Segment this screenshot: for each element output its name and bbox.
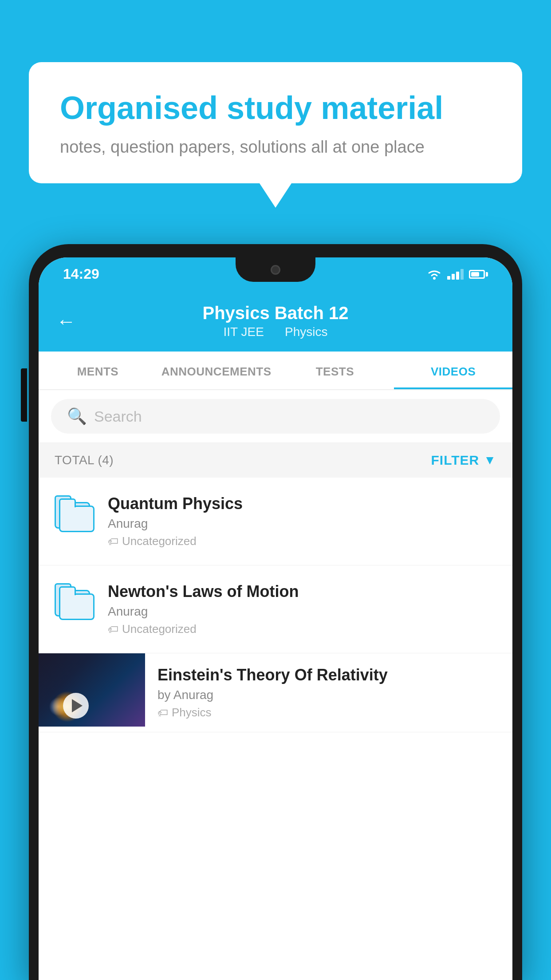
- tag-icon: 🏷: [108, 535, 118, 548]
- notch-camera: [271, 265, 280, 275]
- header-subtitle-part1: IIT JEE: [224, 325, 264, 339]
- folder-thumb-1: [55, 494, 94, 534]
- tag-text-2: Uncategorized: [122, 622, 197, 636]
- video-author-1: Anurag: [108, 517, 496, 531]
- video-author-3: by Anurag: [157, 688, 500, 702]
- battery-icon: [469, 270, 488, 279]
- video-list: Quantum Physics Anurag 🏷 Uncategorized: [39, 478, 512, 732]
- status-time: 14:29: [63, 266, 99, 282]
- video-info-2: Newton's Laws of Motion Anurag 🏷 Uncateg…: [108, 582, 496, 636]
- filter-row: TOTAL (4) FILTER ▼: [39, 443, 512, 478]
- video-title-3: Einstein's Theory Of Relativity: [157, 666, 500, 684]
- status-bar: 14:29: [39, 257, 512, 291]
- status-icons: [427, 269, 488, 280]
- back-button[interactable]: ←: [56, 310, 76, 332]
- list-item[interactable]: Quantum Physics Anurag 🏷 Uncategorized: [39, 478, 512, 565]
- filter-icon: ▼: [484, 453, 496, 467]
- phone-frame: 14:29: [29, 244, 522, 980]
- play-triangle-icon: [72, 699, 83, 712]
- folder-thumb-2: [55, 582, 94, 622]
- video-title-2: Newton's Laws of Motion: [108, 582, 496, 601]
- tab-tests[interactable]: TESTS: [276, 352, 394, 389]
- play-button[interactable]: [63, 693, 89, 719]
- list-item[interactable]: Einstein's Theory Of Relativity by Anura…: [39, 653, 512, 732]
- header-subtitle: IIT JEE Physics: [202, 325, 348, 339]
- tab-ments[interactable]: MENTS: [39, 352, 157, 389]
- total-count: TOTAL (4): [55, 453, 114, 467]
- speech-bubble: Organised study material notes, question…: [29, 62, 522, 183]
- signal-icon: [447, 269, 464, 280]
- search-container: 🔍 Search: [39, 390, 512, 443]
- app-header: ← Physics Batch 12 IIT JEE Physics: [39, 291, 512, 352]
- wifi-icon: [427, 269, 442, 280]
- list-item[interactable]: Newton's Laws of Motion Anurag 🏷 Uncateg…: [39, 565, 512, 653]
- tab-announcements[interactable]: ANNOUNCEMENTS: [157, 352, 276, 389]
- video-author-2: Anurag: [108, 605, 496, 619]
- video-info-1: Quantum Physics Anurag 🏷 Uncategorized: [108, 494, 496, 548]
- tag-icon: 🏷: [108, 623, 118, 636]
- filter-button[interactable]: FILTER ▼: [431, 453, 496, 468]
- video-thumbnail-3: [39, 653, 145, 727]
- search-icon: 🔍: [67, 407, 87, 426]
- tag-text-1: Uncategorized: [122, 534, 197, 548]
- video-tag-2: 🏷 Uncategorized: [108, 622, 496, 636]
- tab-videos[interactable]: VIDEOS: [394, 352, 512, 389]
- tabs-bar: MENTS ANNOUNCEMENTS TESTS VIDEOS: [39, 352, 512, 390]
- filter-label: FILTER: [431, 453, 480, 468]
- video-info-3: Einstein's Theory Of Relativity by Anura…: [145, 653, 512, 732]
- phone-screen: 14:29: [39, 257, 512, 980]
- notch: [236, 257, 315, 282]
- video-title-1: Quantum Physics: [108, 494, 496, 513]
- speech-bubble-container: Organised study material notes, question…: [29, 62, 522, 183]
- tag-icon: 🏷: [157, 707, 168, 719]
- search-bar[interactable]: 🔍 Search: [51, 399, 500, 434]
- tag-text-3: Physics: [172, 706, 212, 719]
- video-tag-3: 🏷 Physics: [157, 706, 500, 719]
- header-subtitle-part2: Physics: [285, 325, 327, 339]
- search-placeholder: Search: [94, 408, 142, 425]
- svg-point-0: [433, 277, 436, 280]
- header-title-group: Physics Batch 12 IIT JEE Physics: [202, 303, 348, 339]
- speech-bubble-subtext: notes, question papers, solutions all at…: [60, 138, 491, 157]
- speech-bubble-heading: Organised study material: [60, 89, 491, 127]
- header-title: Physics Batch 12: [202, 303, 348, 323]
- video-tag-1: 🏷 Uncategorized: [108, 534, 496, 548]
